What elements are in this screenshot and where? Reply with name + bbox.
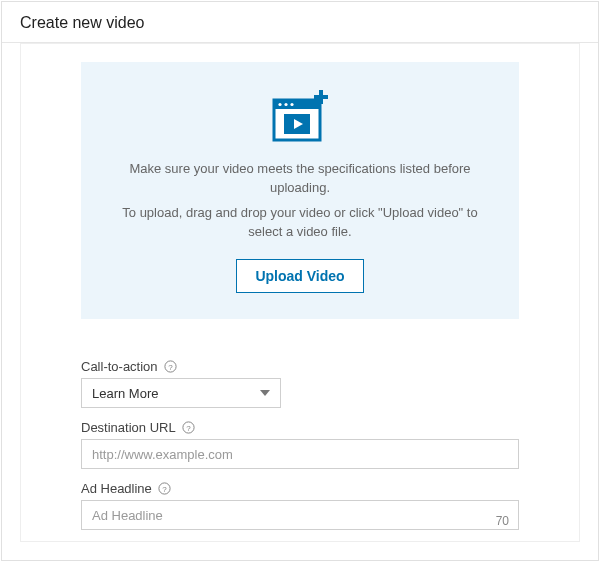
help-icon[interactable]: ? [164,360,177,373]
svg-point-3 [284,103,287,106]
chevron-down-icon [260,390,270,396]
dialog-title: Create new video [2,2,598,43]
svg-text:?: ? [162,485,167,494]
cta-label-row: Call-to-action ? [81,359,519,374]
upload-video-button[interactable]: Upload Video [236,259,363,293]
svg-text:?: ? [168,363,173,372]
dialog-body: Make sure your video meets the specifica… [2,43,598,560]
destination-url-label: Destination URL [81,420,176,435]
create-video-dialog: Create new video M [1,1,599,561]
ad-headline-wrap: 70 [81,500,519,542]
cta-label: Call-to-action [81,359,158,374]
dropzone-text-1: Make sure your video meets the specifica… [121,160,479,198]
destination-url-label-row: Destination URL ? [81,420,519,435]
svg-rect-8 [314,95,328,99]
help-icon[interactable]: ? [158,482,171,495]
ad-headline-input[interactable] [81,500,519,530]
svg-text:?: ? [186,424,191,433]
cta-select-value: Learn More [92,386,158,401]
cta-select[interactable]: Learn More [81,378,281,408]
dropzone-text-2: To upload, drag and drop your video or c… [121,204,479,242]
video-upload-icon [264,86,336,150]
help-icon[interactable]: ? [182,421,195,434]
destination-url-input[interactable] [81,439,519,469]
upload-dropzone[interactable]: Make sure your video meets the specifica… [81,62,519,319]
content-panel: Make sure your video meets the specifica… [20,43,580,542]
ad-headline-label: Ad Headline [81,481,152,496]
svg-point-2 [278,103,281,106]
svg-point-4 [290,103,293,106]
video-form: Call-to-action ? Learn More Destination … [81,359,519,542]
ad-headline-label-row: Ad Headline ? [81,481,519,496]
